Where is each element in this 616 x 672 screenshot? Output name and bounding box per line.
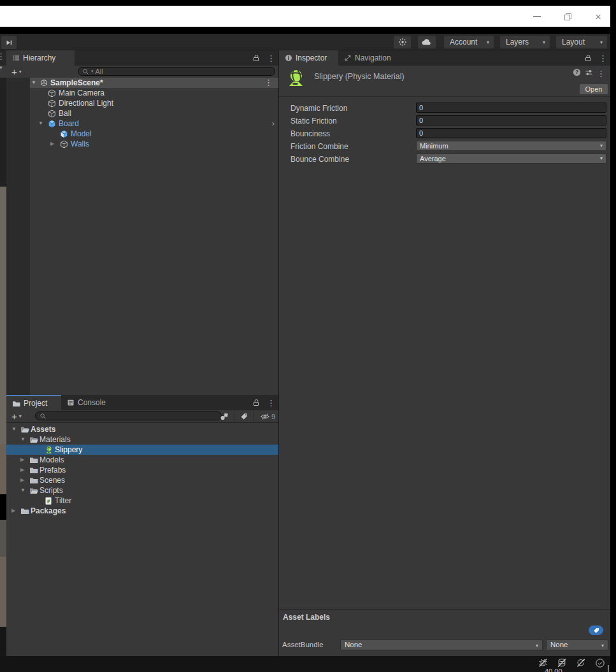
kebab-menu-icon[interactable]: ⋮ <box>264 399 278 407</box>
auto-refresh-status-button[interactable] <box>575 657 587 668</box>
project-item-scenes[interactable]: ▶Scenes <box>6 475 278 485</box>
project-item-materials[interactable]: ▼Materials <box>6 434 278 445</box>
foldout-open-icon[interactable]: ▼ <box>38 118 43 129</box>
tab-navigation[interactable]: Navigation <box>338 50 405 66</box>
foldout-open-icon[interactable]: ▼ <box>11 424 17 434</box>
presets-button[interactable] <box>585 69 593 78</box>
tab-project[interactable]: Project <box>6 395 61 410</box>
cache-server-status-button[interactable] <box>555 657 568 668</box>
layout-label: Layout <box>556 38 585 46</box>
hierarchy-item-model[interactable]: Model <box>30 129 278 139</box>
bounciness-input[interactable]: 0 <box>416 128 606 138</box>
kebab-menu-icon[interactable]: ⋮ <box>261 78 276 87</box>
assetbundle-variant-dropdown[interactable]: None ▾ <box>546 640 608 650</box>
physic-material-icon <box>285 68 306 92</box>
scene-header[interactable]: ▼ SampleScene* ⋮ <box>30 78 278 88</box>
project-item-slippery[interactable]: Slippery <box>6 445 278 455</box>
lock-button[interactable] <box>248 54 264 62</box>
close-button[interactable]: × <box>591 10 605 24</box>
window-controls: × <box>530 10 605 24</box>
inspector-header: Slippery (Physic Material) ? ⋮ <box>279 66 610 97</box>
debugger-status-button[interactable] <box>536 657 549 668</box>
progress-activity-button[interactable] <box>394 36 411 48</box>
tab-project-label: Project <box>24 399 47 408</box>
lock-button[interactable] <box>580 54 596 62</box>
foldout-open-icon[interactable]: ▼ <box>31 78 36 88</box>
create-menu-button[interactable]: + ▾ <box>11 66 22 78</box>
project-item-label: Materials <box>39 434 71 445</box>
foldout-closed-icon[interactable]: ▶ <box>20 465 24 475</box>
help-button[interactable]: ? <box>573 68 581 78</box>
hierarchy-toolbar: + ▾ ▾ All <box>6 66 278 78</box>
field-row-friction-combine: Friction CombineMinimum▾ <box>279 140 610 153</box>
field-row-dynamic-friction: Dynamic Friction0 <box>279 102 610 115</box>
project-item-models[interactable]: ▶Models <box>6 455 278 465</box>
project-search-input[interactable] <box>35 411 222 420</box>
foldout-open-icon[interactable]: ▼ <box>20 434 25 445</box>
hierarchy-item-main-camera[interactable]: Main Camera <box>30 88 278 98</box>
hierarchy-item-walls[interactable]: ▶Walls <box>30 139 278 149</box>
tab-navigation-label: Navigation <box>355 54 391 62</box>
static-friction-input[interactable]: 0 <box>416 115 606 125</box>
project-item-assets[interactable]: ▼Assets <box>6 424 278 434</box>
tag-icon <box>593 627 599 634</box>
project-item-label: Packages <box>31 506 66 516</box>
open-button[interactable]: Open <box>580 84 608 94</box>
clipped-kebab-icon: ⋮ <box>0 52 5 61</box>
step-button[interactable] <box>1 36 17 49</box>
foldout-closed-icon[interactable]: ▶ <box>20 475 24 485</box>
hierarchy-item-directional-light[interactable]: Directional Light <box>30 98 278 108</box>
field-row-bounce-combine: Bounce CombineAverage▾ <box>279 153 610 166</box>
cloud-button[interactable] <box>418 36 436 48</box>
inspector-panel: Inspector Navigation ⋮ <box>278 50 610 656</box>
project-item-packages[interactable]: ▶Packages <box>6 506 278 516</box>
bounce-combine-dropdown[interactable]: Average▾ <box>416 154 606 164</box>
tab-hierarchy[interactable]: Hierarchy <box>6 50 75 66</box>
create-asset-button[interactable]: + ▾ <box>11 410 22 422</box>
project-item-prefabs[interactable]: ▶Prefabs <box>6 465 278 475</box>
eye-slash-icon <box>260 413 270 420</box>
hierarchy-item-label: Board <box>59 118 79 129</box>
foldout-closed-icon[interactable]: ▶ <box>50 139 54 149</box>
project-item-scripts[interactable]: ▼Scripts <box>6 485 278 496</box>
search-by-type-icon <box>220 413 229 420</box>
layout-dropdown[interactable]: Layout ▾ <box>556 36 607 48</box>
assetbundle-dropdown[interactable]: None ▾ <box>340 640 543 650</box>
hierarchy-item-ball[interactable]: Ball <box>30 108 278 118</box>
plus-icon: + <box>11 67 17 76</box>
resize-edge[interactable] <box>608 665 609 672</box>
asset-labels-tag-button[interactable] <box>589 626 603 635</box>
step-icon <box>5 39 13 46</box>
friction-combine-dropdown[interactable]: Minimum▾ <box>416 141 606 151</box>
search-by-type-button[interactable] <box>217 413 231 420</box>
tab-inspector[interactable]: Inspector <box>279 50 338 66</box>
tab-hierarchy-label: Hierarchy <box>23 54 55 62</box>
account-dropdown[interactable]: Account ▾ <box>444 36 494 48</box>
project-item-tilter[interactable]: #Tilter <box>6 496 278 506</box>
hierarchy-item-board[interactable]: ▼Board› <box>30 118 278 129</box>
prefab-chevron-icon[interactable]: › <box>272 118 275 128</box>
tab-console[interactable]: Console <box>61 395 118 410</box>
dropdown-value: Average <box>420 155 446 162</box>
project-item-label: Scripts <box>39 485 63 496</box>
background-tasks-button[interactable] <box>594 657 606 668</box>
kebab-menu-icon[interactable]: ⋮ <box>597 69 605 78</box>
minimize-button[interactable] <box>530 10 544 24</box>
search-by-label-button[interactable] <box>237 413 251 420</box>
foldout-closed-icon[interactable]: ▶ <box>20 455 24 465</box>
hidden-packages-toggle[interactable]: 9 <box>257 413 278 420</box>
kebab-menu-icon[interactable]: ⋮ <box>264 54 278 62</box>
foldout-closed-icon[interactable]: ▶ <box>11 506 15 516</box>
tab-inspector-label: Inspector <box>296 54 327 62</box>
hierarchy-item-label: Model <box>71 129 92 139</box>
layers-dropdown[interactable]: Layers ▾ <box>500 36 550 48</box>
kebab-menu-icon[interactable]: ⋮ <box>596 54 610 62</box>
dynamic-friction-input[interactable]: 0 <box>416 103 606 113</box>
close-icon: × <box>595 11 601 22</box>
folder-icon <box>12 400 20 407</box>
restore-button[interactable] <box>561 10 575 24</box>
lock-button[interactable] <box>248 399 264 406</box>
cache-server-disconnected-icon <box>557 658 567 668</box>
foldout-open-icon[interactable]: ▼ <box>20 485 25 496</box>
hierarchy-search-input[interactable]: ▾ All <box>78 67 275 76</box>
